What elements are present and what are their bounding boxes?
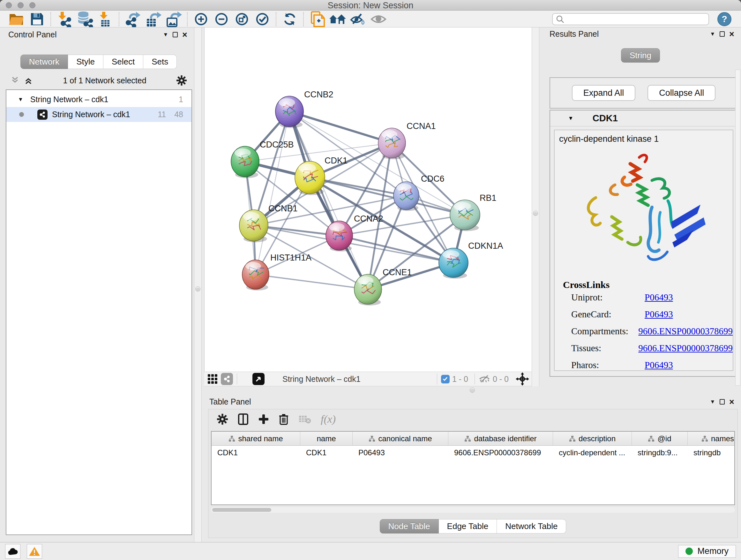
open-in-new-window-button[interactable] (253, 373, 265, 385)
duplicate-documents-button[interactable] (307, 11, 327, 27)
tab-style[interactable]: Style (68, 55, 104, 69)
left-splitter-handle[interactable] (195, 287, 200, 292)
network-node-hist1h1a[interactable]: HIST1H1A (242, 253, 312, 291)
horizontal-splitter-handle[interactable] (470, 388, 475, 393)
close-panel-icon[interactable]: × (180, 30, 190, 39)
network-edge[interactable] (289, 111, 368, 289)
close-panel-icon[interactable]: × (727, 398, 737, 406)
birds-eye-view-icon[interactable] (207, 374, 218, 384)
table-horizontal-scrollbar[interactable] (211, 507, 735, 513)
column-header-name[interactable]: name (300, 432, 353, 445)
import-network-from-file-button[interactable] (54, 11, 75, 27)
delete-column-button[interactable] (279, 413, 289, 425)
float-panel-icon[interactable] (171, 30, 180, 39)
save-session-button[interactable] (27, 11, 47, 27)
tab-sets[interactable]: Sets (143, 55, 177, 69)
float-panel-icon[interactable] (718, 30, 727, 38)
network-node-ccna1[interactable]: CCNA1 (378, 121, 436, 159)
column-header-shared-name[interactable]: shared name (212, 432, 300, 445)
tab-node-table[interactable]: Node Table (380, 519, 439, 534)
column-header-canonical-name[interactable]: canonical name (353, 432, 448, 445)
tab-network-table[interactable]: Network Table (497, 519, 566, 534)
network-node-ccne1[interactable]: CCNE1 (354, 267, 412, 306)
shared-column-icon (368, 435, 375, 442)
panel-menu-icon[interactable]: ▼ (161, 30, 171, 39)
crosslink-link[interactable]: P06493 (645, 309, 673, 320)
table-settings-button[interactable] (217, 414, 228, 425)
left-splitter[interactable] (194, 27, 202, 542)
zoom-out-button[interactable] (211, 11, 232, 27)
delete-table-button[interactable] (298, 415, 311, 424)
network-graph[interactable]: CCNB2CCNA1CDC25BCDK1CDC6RB1CCNB1CCNA2CDK… (205, 27, 533, 372)
collapse-all-networks-icon[interactable] (10, 76, 20, 85)
node-entry-header[interactable]: ▼ CDK1 (550, 111, 737, 126)
open-session-button[interactable] (6, 11, 27, 27)
help-button[interactable]: ? (718, 12, 731, 26)
crosslink-link[interactable]: P06493 (645, 292, 673, 303)
right-splitter[interactable] (532, 27, 539, 386)
network-node-cdkn1a[interactable]: CDKN1A (439, 241, 503, 279)
zoom-in-button[interactable] (191, 11, 211, 27)
crosslink-row: Pharos: P06493 (571, 360, 733, 370)
collapse-all-button[interactable]: Collapse All (648, 85, 716, 101)
network-edge[interactable] (289, 111, 392, 143)
crosslink-row: GeneCard: P06493 (571, 309, 733, 320)
memory-button[interactable]: Memory (678, 545, 736, 558)
export-table-button[interactable] (143, 11, 163, 27)
zoom-selected-region-button[interactable] (252, 11, 273, 27)
pan-crosshair-icon[interactable] (516, 372, 529, 386)
column-header-id[interactable]: @id (632, 432, 688, 445)
network-row[interactable]: String Network – cdk1 11 48 (6, 107, 192, 122)
show-graphics-details-button[interactable] (368, 11, 389, 27)
selected-items-checkbox[interactable] (441, 375, 450, 383)
gear-icon[interactable] (176, 75, 187, 86)
zoom-fit-content-button[interactable] (232, 11, 252, 27)
apply-preferred-layout-button[interactable] (280, 11, 300, 27)
network-edge[interactable] (256, 274, 368, 289)
panel-menu-icon[interactable]: ▼ (708, 398, 718, 406)
export-network-button[interactable] (123, 11, 143, 27)
export-image-button[interactable] (163, 11, 184, 27)
horizontal-splitter[interactable] (204, 387, 532, 395)
panel-menu-icon[interactable]: ▼ (708, 30, 718, 38)
crosslink-label: Pharos: (571, 360, 645, 370)
hidden-items-eye-slash-icon (479, 374, 490, 383)
right-splitter-handle[interactable] (533, 211, 538, 216)
homes-button[interactable] (327, 11, 348, 27)
expand-all-networks-icon[interactable] (23, 76, 33, 85)
network-view-canvas[interactable]: CCNB2CCNA1CDC25BCDK1CDC6RB1CCNB1CCNA2CDK… (204, 27, 532, 372)
node-label: RB1 (480, 193, 496, 203)
crosslinks-title: CrossLinks (563, 279, 733, 290)
column-header-database-identifier[interactable]: database identifier (448, 432, 553, 445)
results-scrollbar[interactable] (735, 70, 740, 386)
search-input[interactable] (567, 15, 705, 23)
hide-graphics-details-button[interactable] (348, 11, 368, 27)
network-node-rb1[interactable]: RB1 (450, 193, 496, 231)
create-column-button[interactable] (258, 413, 269, 425)
tab-network[interactable]: Network (20, 55, 68, 69)
network-collection-row[interactable]: ▼ String Network – cdk1 1 (6, 92, 192, 107)
column-header-description[interactable]: description (553, 432, 632, 445)
tab-select[interactable]: Select (104, 55, 143, 69)
scrollbar-thumb[interactable] (212, 508, 271, 512)
float-panel-icon[interactable] (718, 398, 727, 406)
string-results-list: ▼ CDK1 cyclin-dependent kinase 1 (549, 110, 738, 377)
cloud-status-button[interactable] (5, 544, 20, 559)
warnings-button[interactable] (27, 544, 42, 559)
tab-edge-table[interactable]: Edge Table (439, 519, 497, 534)
crosslink-link[interactable]: 9606.ENSP00000378699 (638, 343, 733, 354)
collection-disclosure-icon[interactable]: ▼ (18, 97, 23, 103)
import-table-from-file-button[interactable] (95, 11, 116, 27)
crosslink-link[interactable]: P06493 (645, 360, 673, 370)
entry-disclosure-icon[interactable]: ▼ (568, 115, 574, 122)
close-panel-icon[interactable]: × (727, 30, 737, 38)
network-overview-share-button[interactable] (221, 373, 233, 385)
crosslink-link[interactable]: 9606.ENSP00000378699 (638, 326, 733, 336)
table-row[interactable]: CDK1 CDK1 P06493 9606.ENSP00000378699 cy… (212, 446, 734, 460)
function-builder-button[interactable]: f(x) (321, 413, 336, 425)
show-columns-button[interactable] (238, 413, 249, 425)
expand-all-button[interactable]: Expand All (572, 85, 636, 101)
column-header-namespace[interactable]: namespace (688, 432, 735, 445)
tab-string[interactable]: String (621, 48, 660, 63)
import-network-from-database-button[interactable] (75, 11, 95, 27)
